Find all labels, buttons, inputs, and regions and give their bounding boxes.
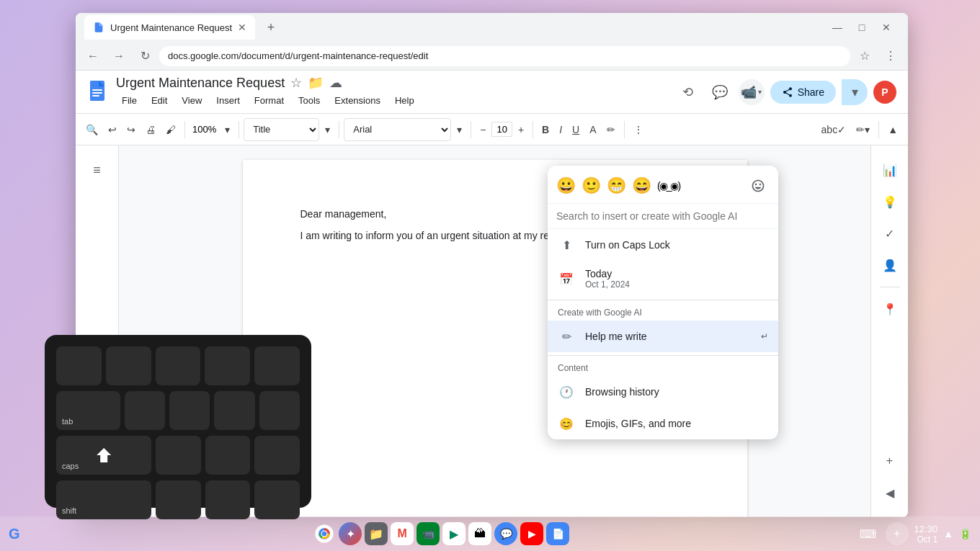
paint-format-btn[interactable]: 🖌 — [161, 118, 180, 141]
key-x[interactable] — [205, 480, 251, 519]
caps-lock-key[interactable]: caps — [56, 436, 151, 475]
popup-search-row[interactable] — [548, 204, 778, 229]
font-size-input[interactable]: 10 — [491, 122, 512, 137]
key-d[interactable] — [254, 436, 300, 475]
taskbar-gmail-icon[interactable]: M — [391, 522, 414, 545]
more-options-btn[interactable]: ⋮ — [629, 118, 648, 141]
video-button[interactable]: 📹▾ — [739, 79, 765, 105]
key-s[interactable] — [205, 436, 251, 475]
reload-button[interactable]: ↻ — [133, 45, 156, 68]
font-size-increase-btn[interactable]: + — [514, 118, 528, 141]
taskbar-files-icon[interactable]: 📁 — [365, 522, 388, 545]
address-input[interactable] — [159, 46, 850, 66]
emoji-2[interactable]: 🙂 — [582, 176, 601, 195]
key-c[interactable] — [254, 480, 300, 519]
star-icon[interactable]: ☆ — [290, 75, 302, 91]
maps-icon-btn[interactable]: 📍 — [877, 296, 903, 322]
key-2[interactable] — [106, 346, 151, 385]
taskbar-youtube-icon[interactable]: ▶ — [520, 522, 543, 545]
cloud-icon[interactable]: ☁ — [329, 75, 342, 91]
font-size-decrease-btn[interactable]: − — [476, 118, 490, 141]
google-logo[interactable]: G — [9, 526, 20, 542]
user-avatar[interactable]: P — [873, 81, 896, 104]
help-me-write-item[interactable]: ✏ Help me write ↵ — [548, 321, 778, 352]
docs-document-title[interactable]: Urgent Maintenance Request — [116, 76, 285, 91]
text-color-btn[interactable]: A — [585, 118, 600, 141]
collapse-toolbar-btn[interactable]: ▲ — [883, 118, 902, 141]
emoji-3[interactable]: 😁 — [607, 176, 626, 195]
sheets-icon-btn[interactable]: 📊 — [877, 157, 903, 183]
menu-file[interactable]: File — [116, 92, 143, 109]
taskbar-meet-icon[interactable]: 📹 — [416, 522, 440, 545]
today-item[interactable]: 📅 Today Oct 1, 2024 — [548, 261, 778, 297]
taskbar-play-icon[interactable]: ▶ — [442, 522, 466, 545]
italic-btn[interactable]: I — [555, 118, 566, 141]
underline-btn[interactable]: U — [568, 118, 584, 141]
taskbar-photos-icon[interactable]: 🏔 — [468, 522, 491, 545]
tab-close-button[interactable]: ✕ — [238, 22, 246, 33]
folder-icon[interactable]: 📁 — [308, 75, 324, 91]
print-btn[interactable]: 🖨 — [141, 118, 160, 141]
zoom-value[interactable]: 100% — [190, 124, 219, 135]
tasks-icon-btn[interactable]: ✓ — [877, 220, 903, 246]
caps-lock-item[interactable]: ⬆ Turn on Caps Lock — [548, 229, 778, 261]
keep-icon-btn[interactable]: 💡 — [877, 189, 903, 215]
menu-format[interactable]: Format — [249, 92, 290, 109]
menu-insert[interactable]: Insert — [210, 92, 246, 109]
highlight-btn[interactable]: ✏ — [602, 118, 620, 141]
search-toolbar-btn[interactable]: 🔍 — [81, 118, 102, 141]
forward-button[interactable]: → — [107, 45, 130, 68]
menu-edit[interactable]: Edit — [146, 92, 173, 109]
new-tab-button[interactable]: + — [261, 17, 281, 37]
taskbar-docs-icon[interactable]: 📄 — [546, 522, 569, 545]
menu-help[interactable]: Help — [389, 92, 420, 109]
popup-search-input[interactable] — [556, 210, 770, 222]
key-5[interactable] — [254, 346, 300, 385]
key-z[interactable] — [156, 480, 201, 519]
maximize-button[interactable]: □ — [852, 17, 872, 37]
key-q[interactable] — [125, 391, 165, 430]
emojis-gifs-item[interactable]: 😊 Emojis, GIFs, and more — [548, 408, 778, 439]
taskbar-keyboard-icon[interactable]: ⌨ — [857, 522, 880, 545]
taskbar-chrome-icon[interactable] — [313, 522, 336, 545]
key-1[interactable] — [56, 346, 102, 385]
emoji-4[interactable]: 😄 — [632, 176, 651, 195]
key-4[interactable] — [205, 346, 250, 385]
contacts-icon-btn[interactable]: 👤 — [877, 252, 903, 278]
expand-sidebar-btn[interactable]: ◀ — [877, 480, 903, 506]
menu-extensions[interactable]: Extensions — [329, 92, 386, 109]
spell-check-btn[interactable]: abc✓ — [817, 118, 851, 141]
close-button[interactable]: ✕ — [876, 17, 896, 37]
taskbar-messages-icon[interactable]: 💬 — [494, 522, 517, 545]
redo-btn[interactable]: ↪ — [122, 118, 140, 141]
share-dropdown-button[interactable]: ▾ — [842, 79, 868, 105]
menu-button[interactable]: ⋮ — [879, 45, 902, 68]
bold-btn[interactable]: B — [538, 118, 553, 141]
zoom-dropdown-btn[interactable]: ▾ — [220, 118, 234, 141]
key-r[interactable] — [259, 391, 300, 430]
outline-btn[interactable]: ≡ — [84, 157, 110, 183]
history-button[interactable]: ⟲ — [675, 79, 701, 105]
menu-view[interactable]: View — [176, 92, 208, 109]
bookmark-button[interactable]: ☆ — [853, 45, 876, 68]
emoji-1[interactable]: 😀 — [556, 176, 576, 195]
share-button[interactable]: Share — [770, 81, 836, 104]
key-a[interactable] — [156, 436, 201, 475]
pencil-dropdown-btn[interactable]: ✏▾ — [852, 118, 874, 141]
key-w[interactable] — [169, 391, 210, 430]
minimize-button[interactable]: — — [827, 17, 847, 37]
font-dropdown-btn[interactable]: ▾ — [453, 118, 466, 141]
taskbar-add-icon[interactable]: + — [886, 522, 909, 545]
add-addon-btn[interactable]: + — [877, 448, 903, 474]
menu-tools[interactable]: Tools — [293, 92, 326, 109]
font-select[interactable]: Arial Times New Roman — [344, 118, 451, 141]
key-e[interactable] — [214, 391, 254, 430]
taskbar-assistant-icon[interactable]: ✦ — [339, 522, 362, 545]
paragraph-style-select[interactable]: Title Normal text Heading 1 — [244, 118, 319, 141]
back-button[interactable]: ← — [81, 45, 104, 68]
key-3[interactable] — [156, 346, 201, 385]
shift-key[interactable]: shift — [56, 480, 151, 519]
emoji-5[interactable]: (◉_◉) — [657, 180, 680, 192]
undo-btn[interactable]: ↩ — [104, 118, 121, 141]
comment-button[interactable]: 💬 — [707, 79, 733, 105]
